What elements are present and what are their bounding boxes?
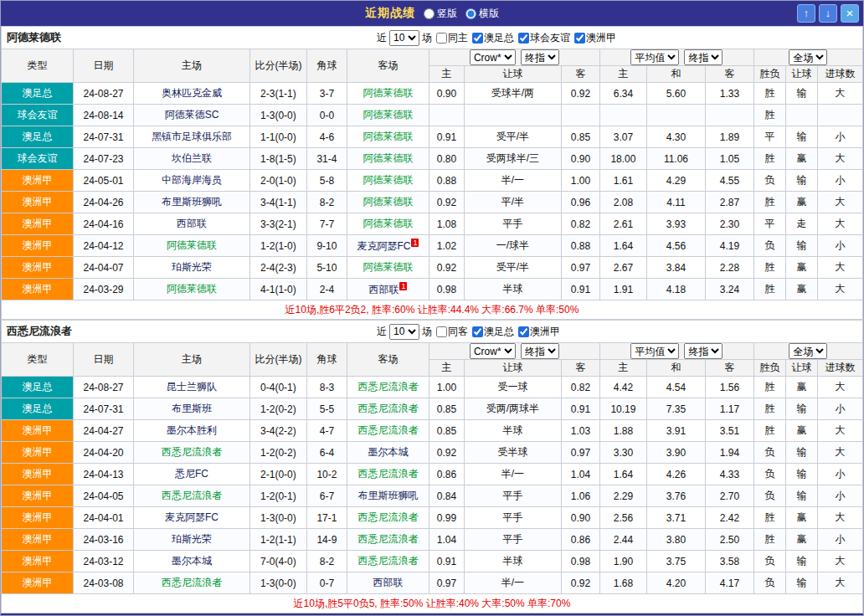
away-team[interactable]: 西部联 [373,577,403,588]
match-score[interactable]: 1-2(1-1) [249,529,306,551]
home-team[interactable]: 墨尔本胜利 [167,424,217,436]
average-select[interactable]: 平均值 [630,49,679,65]
home-team[interactable]: 西部联 [177,218,207,229]
match-score[interactable]: 2-0(1-0) [249,170,306,192]
match-score[interactable]: 3-3(2-1) [249,213,306,235]
match-score[interactable]: 0-4(0-1) [249,377,306,398]
away-team[interactable]: 阿德莱德联 [363,174,413,186]
filter-checkbox-input[interactable] [518,33,529,44]
home-team[interactable]: 西悉尼流浪者 [162,490,222,501]
filter-checkbox-同主[interactable]: 同主 [436,31,468,45]
odds-final-select[interactable]: 终指 [521,49,559,65]
away-team[interactable]: 阿德莱德联 [363,261,413,273]
filter-checkbox-input[interactable] [436,326,447,337]
filter-checkbox-澳足总[interactable]: 澳足总 [472,31,514,45]
vertical-layout-radio[interactable] [424,8,435,19]
bookmaker-select[interactable]: Crow* [470,343,516,359]
filter-checkbox-input[interactable] [436,33,447,44]
home-team[interactable]: 麦克阿瑟FC [165,511,219,523]
home-team[interactable]: 坎伯兰联 [172,152,212,164]
home-team[interactable]: 昆士兰狮队 [167,381,217,393]
avg-final-select[interactable]: 终指 [684,49,723,65]
filter-checkbox-input[interactable] [472,326,483,337]
home-team[interactable]: 布里斯班狮吼 [162,196,222,208]
games-count-select[interactable]: 10 [389,324,419,340]
home-team[interactable]: 阿德莱德联 [167,283,217,295]
away-team[interactable]: 阿德莱德联 [363,196,413,208]
home-team[interactable]: 阿德莱德联 [167,239,217,251]
home-team[interactable]: 奥林匹克金威 [162,87,222,99]
away-team[interactable]: 西悉尼流浪者 [357,468,418,480]
bookmaker-select[interactable]: Crow* [470,49,516,65]
layout-option-horizontal[interactable]: 横版 [465,7,499,21]
match-score[interactable]: 3-4(2-2) [249,420,306,442]
away-team[interactable]: 西悉尼流浪者 [357,511,418,523]
home-team[interactable]: 黑镇市足球俱乐部 [152,131,232,142]
away-team[interactable]: 阿德莱德联 [363,87,413,99]
match-score[interactable]: 1-2(1-0) [249,235,306,257]
match-score[interactable]: 2-1(0-0) [249,464,306,485]
result-cell: 负 [753,485,785,507]
match-score[interactable]: 1-2(0-2) [249,442,306,464]
filter-checkbox-球会友谊[interactable]: 球会友谊 [518,31,570,45]
match-score[interactable]: 1-3(0-0) [249,507,306,529]
filter-checkbox-同客[interactable]: 同客 [436,325,468,339]
home-team[interactable]: 珀斯光荣 [172,533,212,545]
home-team[interactable]: 西悉尼流浪者 [162,446,222,458]
filter-checkbox-澳洲甲[interactable]: 澳洲甲 [518,325,560,339]
horizontal-layout-radio[interactable] [465,8,476,19]
home-team[interactable]: 悉尼FC [175,468,208,480]
match-score[interactable]: 7-0(4-0) [249,551,306,572]
result-cell: 胜 [753,529,785,551]
layout-option-vertical[interactable]: 竖版 [424,7,457,21]
home-team[interactable]: 中部海岸海员 [162,174,222,186]
match-score[interactable]: 1-3(0-0) [249,105,306,126]
away-team[interactable]: 墨尔本城 [368,446,408,458]
avg-final-select[interactable]: 终指 [684,343,723,359]
home-team[interactable]: 西悉尼流浪者 [162,577,222,588]
filter-checkbox-澳洲甲[interactable]: 澳洲甲 [574,31,616,45]
away-team[interactable]: 西悉尼流浪者 [357,533,418,545]
match-score[interactable]: 2-4(2-3) [249,257,306,279]
home-team[interactable]: 珀斯光荣 [172,261,212,273]
scroll-down-button[interactable]: ↓ [819,4,837,23]
filter-checkbox-input[interactable] [472,33,483,44]
filter-checkbox-input[interactable] [518,326,529,337]
scope-select[interactable]: 全场 [789,343,827,359]
away-team[interactable]: 西悉尼流浪者 [357,403,418,414]
match-score[interactable]: 2-3(1-1) [249,83,306,105]
away-team[interactable]: 阿德莱德联 [363,131,413,142]
match-score[interactable]: 1-8(1-5) [249,148,306,170]
games-count-select[interactable]: 10 [389,30,419,46]
scroll-up-button[interactable]: ↑ [797,4,815,23]
away-team[interactable]: 西部联 [368,284,399,295]
match-score[interactable]: 1-2(0-1) [249,485,306,507]
away-team[interactable]: 麦克阿瑟FC [357,240,410,252]
away-team[interactable]: 西悉尼流浪者 [357,424,418,436]
home-team[interactable]: 墨尔本城 [172,555,212,567]
focus-team-name[interactable]: 西悉尼流浪者 [2,324,72,339]
match-score[interactable]: 3-4(1-1) [249,192,306,213]
match-score[interactable]: 1-1(0-0) [249,126,306,148]
away-team[interactable]: 阿德莱德联 [363,152,413,164]
away-team[interactable]: 西悉尼流浪者 [357,381,418,393]
average-select[interactable]: 平均值 [630,343,679,359]
away-team[interactable]: 阿德莱德联 [363,218,413,229]
match-score[interactable]: 1-2(0-2) [249,398,306,420]
away-team[interactable]: 布里斯班狮吼 [357,490,418,501]
odds-final-select[interactable]: 终指 [521,343,559,359]
match-score[interactable]: 1-3(0-0) [249,572,306,594]
away-team[interactable]: 西悉尼流浪者 [357,555,418,567]
away-team[interactable]: 阿德莱德联 [363,109,413,121]
filter-checkbox-input[interactable] [574,33,585,44]
home-team[interactable]: 阿德莱德SC [165,109,219,121]
avg-odds-cell: 1.64 [599,235,646,257]
focus-team-name[interactable]: 阿德莱德联 [2,30,61,45]
scope-select[interactable]: 全场 [789,49,827,65]
home-team[interactable]: 布里斯班 [172,403,212,414]
match-score[interactable]: 4-1(1-0) [249,279,306,300]
corner-score: 6-7 [306,485,347,507]
close-button[interactable]: × [841,4,859,23]
corner-score: 0-7 [306,572,347,594]
filter-checkbox-澳足总[interactable]: 澳足总 [472,325,514,339]
